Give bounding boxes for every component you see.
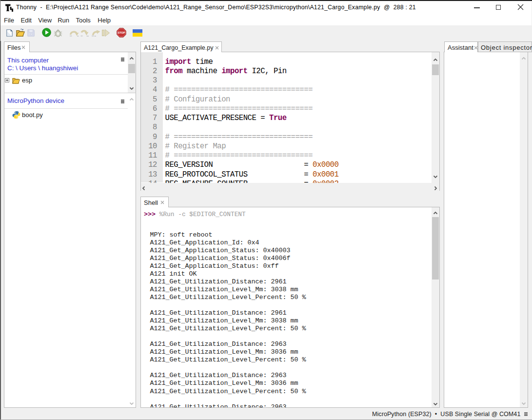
svg-text:STOP: STOP [118, 31, 125, 34]
